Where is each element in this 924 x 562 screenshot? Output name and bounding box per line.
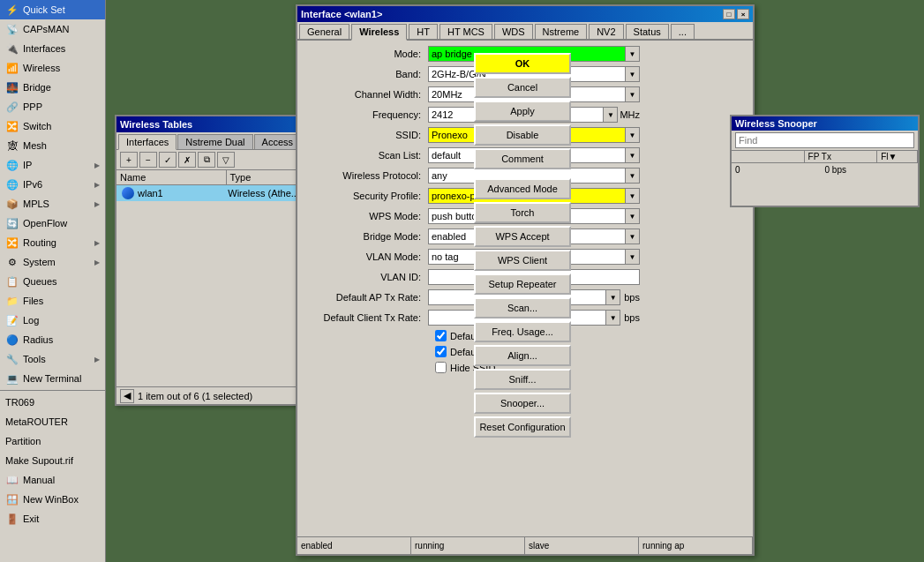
right-button-panel: OK Cancel Apply Disable Comment Advanced… — [470, 48, 576, 543]
default-authenticate-checkbox[interactable] — [435, 330, 447, 341]
sidebar-item-ip[interactable]: 🌐 IP — [0, 155, 105, 175]
band-dropdown-arrow[interactable]: ▼ — [625, 67, 639, 81]
scan-button[interactable]: Scan... — [474, 297, 571, 318]
sidebar-item-make-supout[interactable]: Make Supout.rif — [0, 451, 105, 470]
tab-ht-mcs[interactable]: HT MCS — [439, 24, 492, 39]
frequency-label: Frequency: — [304, 109, 428, 120]
tab-nstreme-dual[interactable]: Nstreme Dual — [177, 134, 252, 149]
sidebar-item-tr069[interactable]: TR069 — [0, 393, 105, 412]
frequency-dropdown-arrow[interactable]: ▼ — [603, 108, 617, 122]
sidebar-item-quick-set[interactable]: ⚡ Quick Set — [0, 0, 105, 19]
tab-ht[interactable]: HT — [409, 24, 438, 39]
tab-nstreme[interactable]: Nstreme — [535, 24, 588, 39]
sidebar-item-partition[interactable]: Partition — [0, 431, 105, 451]
sidebar-item-ppp[interactable]: 🔗 PPP — [0, 97, 105, 116]
interface-dialog-tabs: General Wireless HT HT MCS WDS Nstreme N… — [297, 22, 753, 41]
sidebar-item-log[interactable]: 📝 Log — [0, 311, 105, 330]
scroll-left[interactable]: ◀ — [120, 389, 134, 403]
setup-repeater-button[interactable]: Setup Repeater — [474, 274, 571, 295]
ok-button[interactable]: OK — [474, 53, 571, 74]
hide-ssid-checkbox[interactable] — [435, 362, 447, 373]
disable-btn[interactable]: ✗ — [178, 152, 196, 168]
apply-button[interactable]: Apply — [474, 101, 571, 122]
interface-dialog: Interface <wlan1> □ × General Wireless H… — [296, 4, 755, 556]
tools-icon: 🔧 — [5, 352, 19, 366]
align-button[interactable]: Align... — [474, 345, 571, 366]
band-label: Band: — [304, 69, 428, 79]
add-button[interactable]: + — [120, 152, 138, 168]
cancel-button[interactable]: Cancel — [474, 77, 571, 98]
interface-maximize[interactable]: □ — [723, 9, 735, 19]
snooper-button[interactable]: Snooper... — [474, 393, 571, 414]
sniff-button[interactable]: Sniff... — [474, 369, 571, 390]
sidebar-item-wireless[interactable]: 📶 Wireless — [0, 58, 105, 78]
tab-more[interactable]: ... — [671, 24, 695, 39]
comment-button[interactable]: Comment — [474, 148, 571, 169]
default-forward-checkbox[interactable] — [435, 346, 447, 357]
ip-icon: 🌐 — [5, 158, 19, 172]
sidebar-item-openflow[interactable]: 🔄 OpenFlow — [0, 214, 105, 233]
snooper-table-header: FP Tx Fl▼ — [732, 151, 918, 163]
snooper-search-input[interactable] — [735, 132, 914, 148]
snooper-col-fp-tx: FP Tx — [805, 151, 878, 162]
sidebar-item-radius[interactable]: 🔵 Radius — [0, 330, 105, 349]
sidebar-item-queues[interactable]: 📋 Queues — [0, 272, 105, 291]
sidebar-item-exit[interactable]: 🚪 Exit — [0, 509, 105, 528]
tab-wireless[interactable]: Wireless — [351, 24, 407, 41]
sidebar-item-new-winbox[interactable]: 🪟 New WinBox — [0, 490, 105, 509]
client-tx-rate-unit: bps — [624, 312, 640, 323]
reset-configuration-button[interactable]: Reset Configuration — [474, 416, 571, 438]
sidebar-item-switch[interactable]: 🔀 Switch — [0, 116, 105, 136]
sidebar-item-interfaces[interactable]: 🔌 Interfaces — [0, 39, 105, 58]
wps-mode-dropdown-arrow[interactable]: ▼ — [625, 209, 639, 223]
sidebar-item-files[interactable]: 📁 Files — [0, 291, 105, 311]
advanced-mode-button[interactable]: Advanced Mode — [474, 178, 571, 199]
vlan-id-label: VLAN ID: — [304, 272, 428, 282]
disable-button[interactable]: Disable — [474, 124, 571, 146]
sidebar-item-manual[interactable]: 📖 Manual — [0, 470, 105, 490]
ssid-dropdown-arrow[interactable]: ▼ — [625, 128, 639, 142]
tab-nv2[interactable]: NV2 — [589, 24, 623, 39]
ap-tx-rate-unit: bps — [624, 292, 640, 303]
bridge-mode-dropdown-arrow[interactable]: ▼ — [625, 229, 639, 244]
ap-tx-rate-arrow[interactable]: ▼ — [605, 290, 620, 304]
enable-button[interactable]: ✓ — [159, 152, 177, 168]
freq-usage-button[interactable]: Freq. Usage... — [474, 321, 571, 342]
manual-icon: 📖 — [5, 473, 19, 487]
snooper-data-row: 0 0 bps — [732, 163, 918, 176]
wps-accept-button[interactable]: WPS Accept — [474, 226, 571, 247]
interface-dialog-titlebar: Interface <wlan1> □ × — [297, 6, 753, 22]
sidebar-item-system[interactable]: ⚙ System — [0, 252, 105, 272]
remove-button[interactable]: − — [139, 152, 157, 168]
channel-width-dropdown-arrow[interactable]: ▼ — [625, 87, 639, 101]
wps-client-button[interactable]: WPS Client — [474, 250, 571, 271]
sidebar-item-tools[interactable]: 🔧 Tools — [0, 349, 105, 369]
tab-interfaces[interactable]: Interfaces — [118, 134, 177, 150]
torch-button[interactable]: Torch — [474, 202, 571, 223]
sidebar-item-metarouter[interactable]: MetaROUTER — [0, 412, 105, 431]
frequency-unit: MHz — [620, 109, 640, 120]
scan-list-dropdown-arrow[interactable]: ▼ — [625, 148, 639, 162]
capsman-icon: 📡 — [5, 22, 19, 36]
security-profile-dropdown-arrow[interactable]: ▼ — [625, 189, 639, 203]
sidebar-item-new-terminal[interactable]: 💻 New Terminal — [0, 369, 105, 388]
wireless-protocol-label: Wireless Protocol: — [304, 170, 428, 181]
filter-button[interactable]: ▽ — [217, 152, 235, 168]
interface-close[interactable]: × — [737, 9, 749, 19]
client-tx-rate-arrow[interactable]: ▼ — [605, 311, 620, 325]
sidebar-item-mesh[interactable]: 🕸 Mesh — [0, 136, 105, 155]
sidebar-item-routing[interactable]: 🔀 Routing — [0, 233, 105, 252]
mode-dropdown-arrow[interactable]: ▼ — [625, 47, 639, 61]
tab-wds[interactable]: WDS — [494, 24, 533, 39]
wireless-protocol-dropdown-arrow[interactable]: ▼ — [625, 169, 639, 183]
vlan-mode-dropdown-arrow[interactable]: ▼ — [625, 250, 639, 264]
exit-icon: 🚪 — [5, 512, 19, 526]
copy-button[interactable]: ⧉ — [198, 152, 215, 168]
sidebar-item-ipv6[interactable]: 🌐 IPv6 — [0, 175, 105, 194]
sidebar-item-mpls[interactable]: 📦 MPLS — [0, 194, 105, 214]
tab-status[interactable]: Status — [626, 24, 669, 39]
sidebar-item-capsman[interactable]: 📡 CAPsMAN — [0, 19, 105, 39]
tab-general[interactable]: General — [299, 24, 349, 39]
switch-icon: 🔀 — [5, 119, 19, 133]
sidebar-item-bridge[interactable]: 🌉 Bridge — [0, 78, 105, 97]
